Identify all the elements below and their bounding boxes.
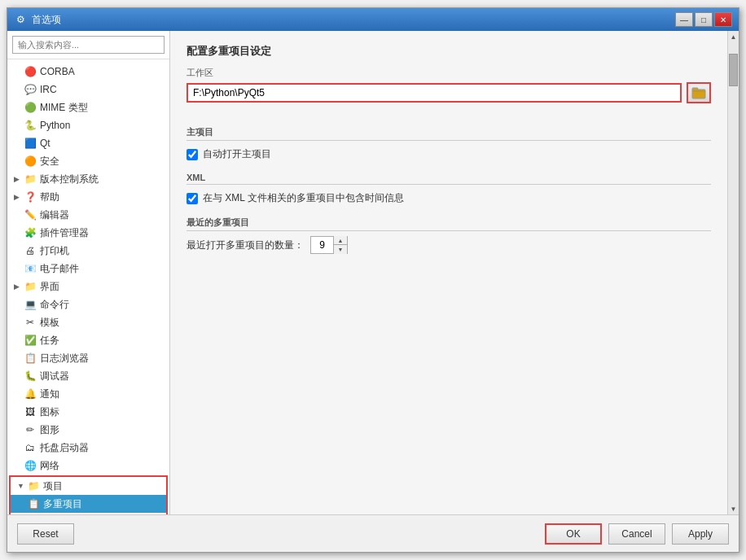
network-label: 网络 — [40, 459, 59, 473]
sidebar-item-tray[interactable]: 🗂 托盘启动器 — [7, 439, 169, 457]
templates-icon: ✂ — [24, 316, 37, 329]
plugins-icon: 🧩 — [24, 226, 37, 239]
maximize-button[interactable]: □ — [695, 12, 713, 27]
spinner-down-button[interactable]: ▼ — [334, 245, 347, 254]
recent-projects-label: 最近的多重项目 — [186, 217, 711, 231]
sidebar-item-templates[interactable]: ✂ 模板 — [7, 313, 169, 331]
sidebar-item-logbrowser[interactable]: 📋 日志浏览器 — [7, 349, 169, 367]
security-label: 安全 — [40, 155, 59, 168]
arrow-ui: ▶ — [14, 282, 24, 291]
folder-icon — [691, 85, 706, 100]
arrow-projects: ▼ — [17, 482, 27, 490]
sidebar-item-plugins[interactable]: 🧩 插件管理器 — [7, 224, 169, 242]
ui-label: 界面 — [40, 280, 59, 294]
sidebar-item-qt[interactable]: 🟦 Qt — [7, 134, 169, 152]
python-icon: 🐍 — [24, 119, 37, 132]
minimize-button[interactable]: — — [675, 12, 693, 27]
main-project-label: 主项目 — [186, 126, 711, 141]
arrow-vcs: ▶ — [14, 175, 24, 183]
content-area: 🔴 CORBA 💬 IRC 🟢 MIME 类型 — [7, 31, 739, 514]
auto-open-row: 自动打开主项目 — [186, 146, 711, 163]
sidebar-item-debugger[interactable]: 🐛 调试器 — [7, 367, 169, 385]
sidebar-item-security[interactable]: 🟠 安全 — [7, 152, 169, 170]
tray-label: 托盘启动器 — [40, 441, 89, 455]
sidebar-item-ui[interactable]: ▶ 📁 界面 — [7, 278, 169, 295]
xml-time-checkbox[interactable] — [186, 193, 198, 204]
left-panel: 🔴 CORBA 💬 IRC 🟢 MIME 类型 — [7, 31, 170, 514]
qt-icon: 🟦 — [24, 137, 37, 150]
sidebar-item-projects[interactable]: ▼ 📁 项目 — [11, 477, 166, 495]
right-panel: 配置多重项目设定 工作区 — [170, 31, 727, 514]
scroll-up-arrow[interactable]: ▲ — [728, 31, 739, 42]
mime-icon: 🟢 — [24, 101, 37, 114]
bottom-left: Reset — [17, 523, 74, 545]
sidebar-item-multi-project[interactable]: 📋 多重项目 — [11, 495, 166, 513]
tasks-label: 任务 — [40, 334, 59, 348]
sidebar-item-editor[interactable]: ✏️ 编辑器 — [7, 206, 169, 224]
qt-label: Qt — [40, 138, 50, 149]
corba-label: CORBA — [40, 66, 75, 77]
search-input[interactable] — [12, 36, 165, 54]
shapes-label: 图形 — [40, 423, 59, 437]
main-project-section: 主项目 自动打开主项目 — [186, 126, 711, 163]
sidebar-item-irc[interactable]: 💬 IRC — [7, 81, 169, 98]
sidebar-item-network[interactable]: 🌐 网络 — [7, 457, 169, 475]
close-button[interactable]: ✕ — [714, 12, 732, 27]
sidebar-item-shapes[interactable]: ✏ 图形 — [7, 421, 169, 439]
sidebar-item-email[interactable]: 📧 电子邮件 — [7, 260, 169, 278]
tree-list: 🔴 CORBA 💬 IRC 🟢 MIME 类型 — [7, 59, 169, 514]
xml-time-label: 在与 XML 文件相关的多重项目中包含时间信息 — [203, 191, 404, 205]
sidebar-item-tasks[interactable]: ✅ 任务 — [7, 331, 169, 349]
panel-title: 配置多重项目设定 — [186, 44, 711, 59]
sidebar-item-corba[interactable]: 🔴 CORBA — [7, 63, 169, 81]
sidebar-item-vcs[interactable]: ▶ 📁 版本控制系统 — [7, 170, 169, 188]
tray-icon: 🗂 — [24, 441, 37, 454]
tasks-icon: ✅ — [24, 334, 37, 347]
spinner-up-button[interactable]: ▲ — [334, 236, 347, 245]
spinner-row: 最近打开多重项目的数量： ▲ ▼ — [186, 236, 711, 254]
apply-button[interactable]: Apply — [672, 523, 729, 545]
auto-open-checkbox[interactable] — [186, 149, 198, 160]
scroll-thumb[interactable] — [729, 54, 738, 86]
sidebar-item-python[interactable]: 🐍 Python — [7, 116, 169, 134]
bottom-right: OK Cancel Apply — [545, 523, 729, 545]
sidebar-item-notify[interactable]: 🔔 通知 — [7, 385, 169, 403]
irc-icon: 💬 — [24, 83, 37, 96]
notify-label: 通知 — [40, 387, 59, 401]
ok-button[interactable]: OK — [545, 523, 602, 545]
logbrowser-icon: 📋 — [24, 352, 37, 365]
count-spinner-input[interactable] — [311, 237, 334, 253]
sidebar-item-cmdline[interactable]: 💻 命令行 — [7, 295, 169, 313]
mime-label: MIME 类型 — [40, 101, 88, 115]
plugins-label: 插件管理器 — [40, 226, 89, 240]
multi-project-label: 多重项目 — [43, 497, 82, 511]
security-icon: 🟠 — [24, 155, 37, 168]
cancel-button[interactable]: Cancel — [608, 523, 665, 545]
scroll-down-arrow[interactable]: ▼ — [728, 503, 739, 514]
sidebar-item-printer[interactable]: 🖨 打印机 — [7, 242, 169, 260]
debugger-icon: 🐛 — [24, 370, 37, 383]
workspace-browse-button[interactable] — [687, 82, 711, 103]
recent-projects-section: 最近的多重项目 最近打开多重项目的数量： ▲ ▼ — [186, 217, 711, 254]
preferences-window: ⚙ 首选项 — □ ✕ 🔴 CORBA — [7, 7, 739, 553]
workspace-label: 工作区 — [186, 67, 711, 79]
sidebar-item-mime[interactable]: 🟢 MIME 类型 — [7, 98, 169, 116]
notify-icon: 🔔 — [24, 387, 37, 400]
irc-label: IRC — [40, 84, 57, 95]
network-icon: 🌐 — [24, 459, 37, 472]
icons-label: 图标 — [40, 405, 59, 419]
xml-time-row: 在与 XML 文件相关的多重项目中包含时间信息 — [186, 190, 711, 207]
right-scrollbar[interactable]: ▲ ▼ — [727, 31, 739, 514]
arrow-help: ▶ — [14, 193, 24, 201]
sidebar-item-help[interactable]: ▶ ❓ 帮助 — [7, 188, 169, 206]
right-content-area: 配置多重项目设定 工作区 — [170, 31, 739, 514]
help-icon: ❓ — [24, 190, 37, 203]
window-title: 首选项 — [32, 13, 675, 27]
count-label: 最近打开多重项目的数量： — [186, 238, 304, 252]
sidebar-item-icons[interactable]: 🖼 图标 — [7, 403, 169, 421]
reset-button[interactable]: Reset — [17, 523, 74, 545]
projects-icon: 📁 — [27, 479, 40, 492]
ui-icon: 📁 — [24, 280, 37, 293]
logbrowser-label: 日志浏览器 — [40, 352, 89, 365]
workspace-input[interactable] — [186, 83, 682, 103]
